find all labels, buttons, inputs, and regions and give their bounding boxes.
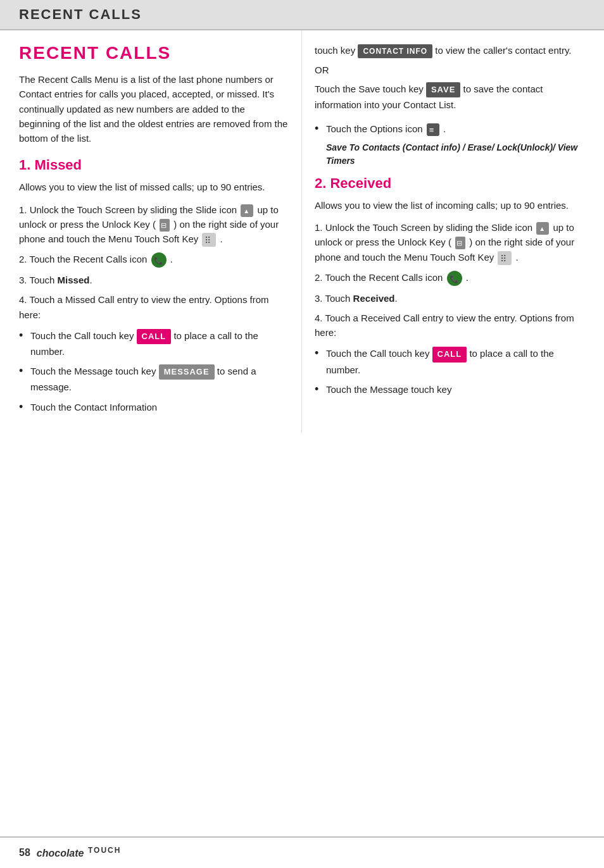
- step-text: Touch a Received Call entry to view the …: [315, 313, 574, 338]
- call-badge: CALL: [137, 329, 172, 344]
- intro-text: The Recent Calls Menu is a list of the l…: [19, 72, 289, 146]
- save-badge: SAVE: [426, 82, 460, 97]
- or-divider: OR: [315, 65, 585, 75]
- bullet-message: Touch the Message touch key MESSAGE to s…: [19, 364, 289, 394]
- menu-icon-2: [498, 251, 512, 265]
- step-text: Touch the Recent Calls icon: [29, 254, 149, 264]
- step-emphasis: Missed: [58, 275, 90, 285]
- footer-brand: chocolate TOUCH: [37, 846, 122, 859]
- received-heading: 2. Received: [315, 175, 585, 192]
- step-num: 2.: [315, 272, 325, 283]
- missed-step-2: 2. Touch the Recent Calls icon .: [19, 252, 289, 268]
- step-num: 4.: [315, 313, 325, 323]
- bullet-options: Touch the Options icon .: [315, 121, 585, 136]
- step-text: Unlock the Touch Screen by sliding the S…: [30, 204, 240, 215]
- bullet-text: Touch the Call touch key: [30, 330, 137, 341]
- page-header: RECENT CALLS: [0, 0, 604, 30]
- recent-calls-icon: [151, 252, 167, 268]
- bullet-message-received: Touch the Message touch key: [315, 382, 585, 397]
- received-intro: Allows you to view the list of incoming …: [315, 198, 585, 213]
- options-text: Touch the Options icon: [326, 123, 425, 134]
- slide-icon: [241, 204, 253, 217]
- contact-suffix: to view the caller's contact entry.: [435, 45, 571, 56]
- received-steps: 1. Unlock the Touch Screen by sliding th…: [315, 220, 585, 340]
- options-icon: [427, 123, 439, 136]
- bullet-text: Touch the Contact Information: [30, 402, 157, 412]
- brand-name: chocolate: [37, 848, 84, 859]
- left-column: RECENT CALLS The Recent Calls Menu is a …: [0, 30, 302, 433]
- step-period: .: [170, 254, 173, 264]
- page-footer: 58 chocolate TOUCH: [0, 836, 604, 868]
- step-text: Touch: [325, 293, 353, 304]
- save-text: Touch the Save touch key: [315, 84, 426, 94]
- bullet-contact: Touch the Contact Information: [19, 400, 289, 414]
- received-bullets: Touch the Call touch key CALL to place a…: [315, 346, 585, 397]
- options-period: .: [443, 123, 446, 134]
- missed-heading: 1. Missed: [19, 157, 289, 173]
- step-num: 1.: [19, 204, 30, 215]
- page-content: RECENT CALLS The Recent Calls Menu is a …: [0, 30, 604, 471]
- step-num: 3.: [315, 293, 325, 304]
- contact-info-badge: CONTACT INFO: [358, 44, 432, 59]
- step-num: 4.: [19, 294, 29, 305]
- step-num: 2.: [19, 254, 29, 264]
- unlock-icon-2: [455, 237, 465, 249]
- page-header-title: RECENT CALLS: [19, 6, 142, 22]
- missed-intro: Allows you to view the list of missed ca…: [19, 180, 289, 194]
- options-bullets: Touch the Options icon .: [315, 121, 585, 136]
- options-note: Save To Contacts (Contact info) / Erase/…: [315, 141, 585, 168]
- save-info: Touch the Save touch key SAVE to save th…: [315, 82, 585, 112]
- bullet-text: Touch the Call touch key: [326, 348, 432, 359]
- step-text: Touch the Recent Calls icon: [325, 272, 445, 283]
- footer-page-number: 58: [19, 847, 30, 859]
- received-step-1: 1. Unlock the Touch Screen by sliding th…: [315, 220, 585, 265]
- main-section-title: RECENT CALLS: [19, 43, 289, 63]
- right-column: touch key CONTACT INFO to view the calle…: [302, 30, 604, 433]
- slide-icon-2: [536, 222, 549, 235]
- message-badge: MESSAGE: [159, 364, 215, 380]
- contact-info-continuation: touch key CONTACT INFO to view the calle…: [315, 43, 585, 58]
- bullet-text: Touch the Message touch key: [30, 366, 159, 376]
- missed-step-3: 3. Touch Missed.: [19, 273, 289, 287]
- call-badge-2: CALL: [432, 347, 467, 362]
- received-step-3: 3. Touch Received.: [315, 291, 585, 306]
- step-emphasis: Received: [353, 293, 395, 304]
- menu-icon: [202, 233, 216, 247]
- brand-suffix: TOUCH: [88, 846, 121, 855]
- received-step-2: 2. Touch the Recent Calls icon .: [315, 270, 585, 286]
- missed-steps: 1. Unlock the Touch Screen by sliding th…: [19, 202, 289, 322]
- received-step-4: 4. Touch a Received Call entry to view t…: [315, 311, 585, 340]
- step-period: .: [466, 272, 469, 283]
- step-text: Unlock the Touch Screen by sliding the S…: [325, 222, 536, 233]
- contact-text: touch key: [315, 45, 358, 56]
- step-period: .: [220, 233, 223, 244]
- recent-calls-icon-2: [447, 271, 462, 286]
- step-num: 1.: [315, 222, 325, 233]
- bullet-call: Touch the Call touch key CALL to place a…: [19, 328, 289, 359]
- step-period: .: [516, 252, 519, 263]
- bullet-call-received: Touch the Call touch key CALL to place a…: [315, 346, 585, 376]
- unlock-icon: [160, 219, 170, 232]
- missed-step-4: 4. Touch a Missed Call entry to view the…: [19, 292, 289, 322]
- step-text: Touch a Missed Call entry to view the en…: [19, 294, 269, 319]
- step-num: 3.: [19, 275, 29, 285]
- bullet-text: Touch the Message touch key: [326, 384, 451, 395]
- missed-bullets: Touch the Call touch key CALL to place a…: [19, 328, 289, 414]
- missed-step-1: 1. Unlock the Touch Screen by sliding th…: [19, 202, 289, 247]
- step-text: Touch: [29, 275, 57, 285]
